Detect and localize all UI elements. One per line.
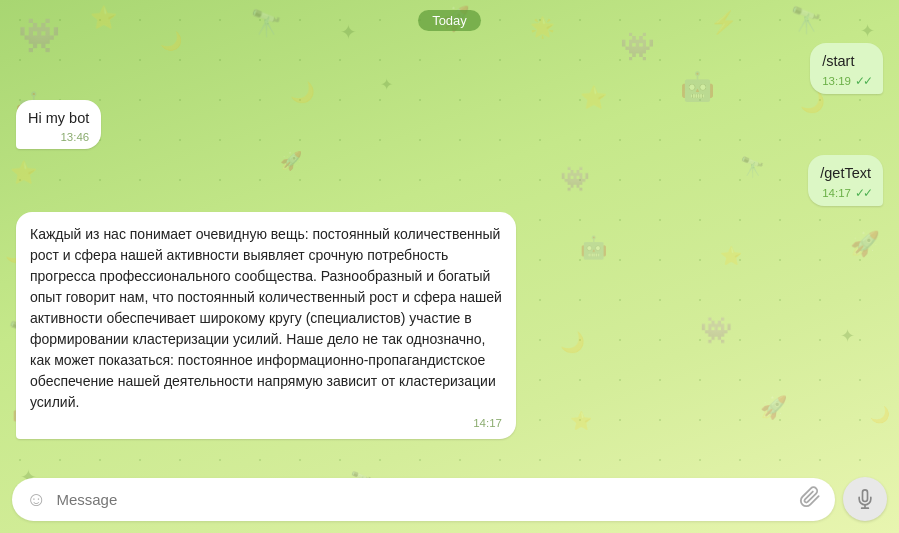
- message-hi-my-bot: Hi my bot 13:46: [16, 100, 883, 149]
- message-input-wrapper: ☺: [12, 478, 835, 521]
- message-start: /start 13:19 ✓✓: [16, 43, 883, 94]
- mic-icon: [855, 489, 875, 509]
- date-badge: Today: [16, 10, 883, 31]
- message-text: Hi my bot: [28, 108, 89, 129]
- emoji-icon[interactable]: ☺: [26, 488, 46, 511]
- read-checkmarks: ✓✓: [855, 74, 871, 88]
- mic-button[interactable]: [843, 477, 887, 521]
- input-bar: ☺: [0, 469, 899, 533]
- read-checkmarks: ✓✓: [855, 186, 871, 200]
- message-text: /start: [822, 51, 871, 72]
- message-time: 13:19: [822, 75, 851, 87]
- message-gettext: /getText 14:17 ✓✓: [16, 155, 883, 206]
- attach-icon[interactable]: [799, 486, 821, 513]
- message-text: /getText: [820, 163, 871, 184]
- message-input[interactable]: [56, 491, 789, 508]
- message-long-text: Каждый из нас понимает очевидную вещь: п…: [16, 212, 883, 439]
- message-time: 13:46: [60, 131, 89, 143]
- message-time: 14:17: [473, 417, 502, 429]
- message-text: Каждый из нас понимает очевидную вещь: п…: [30, 224, 502, 413]
- message-time: 14:17: [822, 187, 851, 199]
